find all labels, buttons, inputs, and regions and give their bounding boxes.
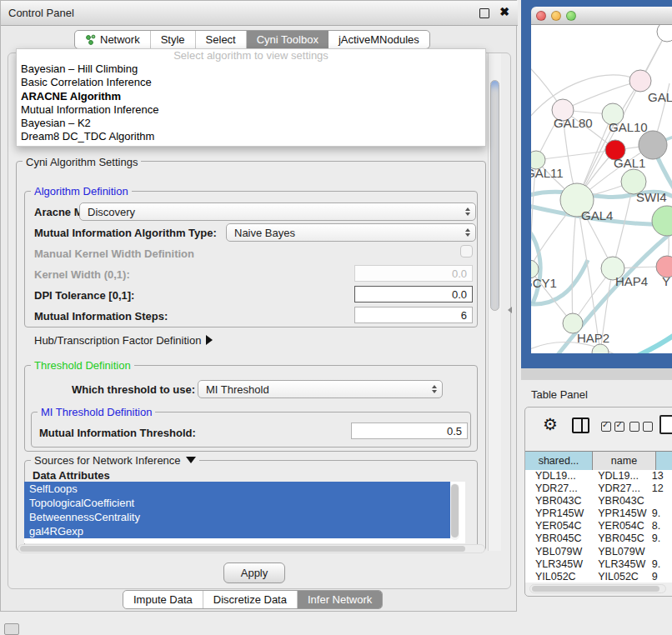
- sources-toggle[interactable]: Sources for Network Inference: [31, 454, 199, 467]
- mi-steps-field[interactable]: 6: [354, 307, 473, 323]
- tab-discretize-data[interactable]: Discretize Data: [203, 591, 298, 608]
- attribute-item[interactable]: SelfLoops: [24, 482, 450, 496]
- table-cell[interactable]: YBL079W: [588, 546, 647, 558]
- tab-select[interactable]: Select: [196, 31, 247, 48]
- network-node[interactable]: [592, 344, 609, 353]
- mi-threshold-field[interactable]: 0.5: [351, 422, 468, 439]
- network-node[interactable]: [639, 131, 667, 159]
- split-columns-icon[interactable]: [572, 418, 589, 433]
- tab-impute-data[interactable]: Impute Data: [123, 591, 203, 608]
- table-row[interactable]: YBR043CYBR043C: [525, 495, 672, 508]
- minimize-light-icon[interactable]: [551, 11, 561, 21]
- table-row[interactable]: YDL19...YDL19...13: [525, 470, 672, 482]
- table-cell[interactable]: YDL19...: [588, 470, 647, 482]
- table-row[interactable]: YBL079WYBL079W: [525, 546, 672, 558]
- table-row[interactable]: YPR145WYPR145W9.: [525, 508, 672, 520]
- table-cell[interactable]: YDR27...: [525, 482, 588, 495]
- tab-infer-network[interactable]: Infer Network: [298, 591, 382, 608]
- table-cell[interactable]: 9.: [647, 558, 672, 571]
- network-canvas[interactable]: GALGAL80GAL10GAL1GAL11SWI4GAL4GCY1HAP4YH…: [531, 25, 672, 353]
- table-cell[interactable]: YPR145W: [525, 508, 588, 520]
- page-icon[interactable]: [659, 415, 672, 434]
- tab-label: Style: [161, 33, 185, 46]
- zoom-light-icon[interactable]: [566, 11, 576, 21]
- network-node-label: SWI4: [636, 190, 667, 204]
- settings-hscrollbar[interactable]: [18, 544, 485, 553]
- table-cell[interactable]: YER054C: [525, 520, 588, 532]
- table-cell[interactable]: 9: [647, 571, 672, 582]
- table-cell[interactable]: YIL052C: [588, 571, 647, 582]
- hub-definition-toggle[interactable]: Hub/Transcription Factor Definition: [34, 334, 213, 347]
- table-cell[interactable]: YDR27...: [588, 482, 647, 495]
- float-window-icon[interactable]: [479, 8, 489, 18]
- unchecked-boxes-icon[interactable]: [629, 420, 653, 435]
- which-threshold-select[interactable]: MI Threshold: [198, 380, 443, 398]
- minimized-panel-icon[interactable]: [4, 623, 19, 635]
- stepper-icon: [465, 228, 470, 237]
- dropdown-item[interactable]: Bayesian – K2: [17, 117, 485, 130]
- network-icon: [85, 34, 96, 45]
- table-cell[interactable]: [647, 546, 672, 558]
- network-node[interactable]: [657, 25, 672, 42]
- scrollbar-thumb[interactable]: [20, 546, 465, 552]
- tab-style[interactable]: Style: [151, 31, 196, 48]
- dropdown-item[interactable]: Dream8 DC_TDC Algorithm: [17, 130, 485, 143]
- table-cell[interactable]: 12: [647, 482, 672, 495]
- table-cell[interactable]: YLR345W: [588, 558, 647, 571]
- table-row[interactable]: YLR345WYLR345W9.: [525, 558, 672, 571]
- table-row[interactable]: YIL052CYIL052C9: [525, 571, 672, 582]
- table-cell[interactable]: YBR043C: [588, 495, 647, 508]
- table-column-header[interactable]: name: [593, 452, 656, 470]
- network-window-titlebar[interactable]: [531, 7, 672, 25]
- table-panel: ⚙ shared...name YDL19...YDL19...13YDR27.…: [524, 407, 672, 597]
- table-cell[interactable]: YBR045C: [588, 532, 647, 545]
- network-node[interactable]: [629, 70, 651, 92]
- table-cell[interactable]: 8.: [647, 520, 672, 532]
- attribute-item[interactable]: gal4RGexp: [24, 524, 450, 538]
- dropdown-item[interactable]: Basic Correlation Inference: [17, 76, 485, 89]
- attributes-scrollbar[interactable]: [450, 483, 459, 540]
- network-node-label: HAP2: [577, 331, 609, 345]
- table-cell[interactable]: YPR145W: [588, 508, 647, 520]
- table-column-header[interactable]: [656, 452, 672, 470]
- tab-network[interactable]: Network: [75, 31, 151, 48]
- dropdown-item[interactable]: Bayesian – Hill Climbing: [17, 62, 485, 76]
- settings-vscrollbar[interactable]: [488, 53, 501, 551]
- table-cell[interactable]: YDL19...: [525, 470, 588, 482]
- table-cell[interactable]: 13: [647, 470, 672, 482]
- table-column-header[interactable]: shared...: [525, 452, 593, 470]
- table-cell[interactable]: YBR043C: [525, 495, 588, 508]
- tab-cyni-toolbox[interactable]: Cyni Toolbox: [247, 31, 328, 48]
- attribute-item[interactable]: TopologicalCoefficient: [24, 496, 450, 510]
- close-icon[interactable]: ✖: [499, 5, 509, 18]
- table-cell[interactable]: 9.: [647, 532, 672, 545]
- table-cell[interactable]: 9.: [647, 508, 672, 520]
- scrollbar-thumb[interactable]: [451, 484, 459, 538]
- panel-splitter-handle[interactable]: [508, 307, 512, 313]
- close-light-icon[interactable]: [536, 11, 546, 21]
- scrollbar-thumb[interactable]: [490, 80, 499, 311]
- table-cell[interactable]: YER054C: [588, 520, 647, 532]
- attribute-item[interactable]: BetweennessCentrality: [24, 510, 450, 524]
- tab-jactivemnodules[interactable]: jActiveMNodules: [328, 31, 429, 48]
- table-cell[interactable]: YBL079W: [525, 546, 588, 558]
- table-row[interactable]: YER054CYER054C8.: [525, 520, 672, 532]
- scrollbar-thumb[interactable]: [532, 586, 659, 592]
- aracne-mode-select[interactable]: Discovery: [79, 202, 476, 221]
- table-row[interactable]: YBR045CYBR045C9.: [525, 532, 672, 545]
- gear-icon[interactable]: ⚙: [543, 414, 558, 434]
- dropdown-item[interactable]: ARACNE Algorithm: [17, 90, 485, 103]
- checked-boxes-icon[interactable]: [601, 420, 624, 435]
- mi-type-select[interactable]: Naive Bayes: [226, 223, 476, 242]
- apply-button[interactable]: Apply: [223, 562, 285, 583]
- dropdown-item[interactable]: Mutual Information Inference: [17, 103, 485, 117]
- dpi-tolerance-field[interactable]: 0.0: [354, 286, 473, 302]
- table-cell[interactable]: YLR345W: [525, 558, 588, 571]
- table-cell[interactable]: YIL052C: [525, 571, 588, 582]
- table-row[interactable]: YDR27...YDR27...12: [525, 482, 672, 495]
- panel-divider: [521, 368, 672, 380]
- table-cell[interactable]: [647, 495, 672, 508]
- network-node[interactable]: [652, 206, 672, 236]
- table-hscrollbar[interactable]: [529, 584, 666, 593]
- table-cell[interactable]: YBR045C: [525, 532, 588, 545]
